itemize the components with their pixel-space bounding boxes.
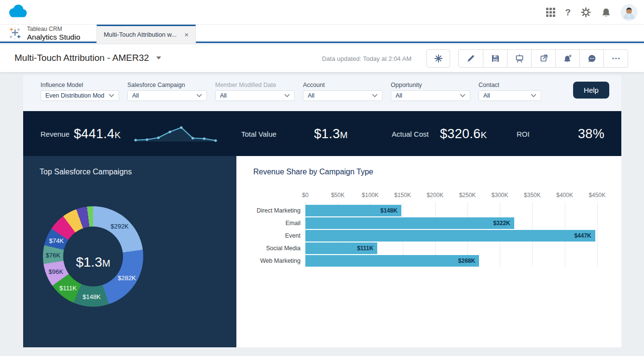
edit-button[interactable] [459, 50, 483, 67]
app-launcher-icon[interactable] [546, 8, 555, 17]
share-button[interactable] [531, 50, 555, 67]
bar-value-label: $322K [493, 217, 510, 229]
chevron-down-icon [372, 94, 378, 98]
tab-close-icon[interactable]: × [184, 30, 189, 39]
filter-value: Even Distribution Mod [45, 92, 104, 99]
bar-category-label: Event [236, 230, 301, 242]
kpi-bar: Revenue $441.4K Total Value $1.3M Actual… [23, 111, 621, 156]
bar-chart-title: Revenue Share by Campaign Type [253, 168, 373, 176]
help-icon[interactable]: ? [565, 7, 571, 18]
chevron-down-icon [156, 57, 161, 59]
x-axis-tick-label: $200K [420, 192, 451, 199]
bell-plus-icon [563, 54, 573, 63]
filter-account: AccountAll [303, 82, 383, 101]
data-updated-text: Data updated: Today at 2:04 AM [322, 55, 411, 62]
gridline [597, 202, 598, 267]
filter-value: All [132, 92, 139, 99]
tab-multi-touch-attribution[interactable]: Multi-Touch Attribution w... × [96, 25, 196, 43]
roi-kpi-value: 38% [578, 126, 604, 141]
x-axis-tick-label: $250K [452, 192, 483, 199]
donut-slice-label: $74K [49, 237, 64, 244]
presentation-easel-icon [515, 54, 524, 63]
revenue-kpi-label: Revenue [41, 129, 69, 138]
bar-value-label: $148K [381, 205, 397, 216]
help-button[interactable]: Help [573, 82, 609, 99]
filter-select[interactable]: All [391, 90, 470, 101]
bar-chart-plot: $148K$322K$447K$111K$268K [305, 202, 607, 267]
analytics-studio-app: ? [0, 0, 644, 356]
x-axis-tick-label: $400K [549, 192, 580, 199]
filter-label: Salesforce Campaign [127, 82, 207, 88]
donut-slice-label: $148K [82, 293, 101, 300]
global-header: ? [0, 0, 644, 25]
actual-cost-kpi-label: Actual Cost [392, 129, 429, 138]
brand-line2: Analytics Studio [27, 33, 80, 41]
filter-select[interactable]: All [479, 90, 541, 101]
filter-value: All [220, 92, 227, 99]
filter-select[interactable]: All [303, 90, 383, 101]
x-axis-tick-label: $450K [582, 192, 613, 199]
campaigns-donut-chart[interactable]: $1.3M $292K$282K$148K$111K$96K$76K$74K [43, 206, 143, 307]
bar-event[interactable]: $447K [305, 230, 595, 242]
total-value-kpi-label: Total Value [241, 129, 276, 138]
donut-chart-title: Top Salesforce Campaigns [40, 168, 132, 176]
analytics-studio-brand[interactable]: Tableau CRM Analytics Studio [8, 26, 80, 41]
filter-bar: Influence ModelEven Distribution ModSale… [23, 75, 621, 111]
einstein-recommendations-button[interactable] [426, 49, 450, 68]
notifications-bell-icon[interactable] [601, 7, 611, 18]
x-axis-tick-label: $350K [517, 192, 548, 199]
bar-email[interactable]: $322K [305, 217, 514, 229]
donut-slice-label: $96K [49, 268, 63, 275]
floppy-disk-icon [491, 54, 500, 63]
donut-center: $1.3M [63, 227, 123, 286]
donut-slice-label: $282K [118, 274, 136, 282]
top-campaigns-panel: Top Salesforce Campaigns $1.3M $292K$282… [23, 156, 236, 347]
bar-category-label: Direct Marketing [236, 205, 301, 216]
total-value-kpi-value: $1.3M [314, 126, 348, 141]
filter-label: Account [303, 82, 383, 88]
page-title: Multi-Touch Attribution - AMER32 [14, 53, 149, 63]
chat-bubble-icon [587, 54, 597, 63]
revenue-share-panel: Revenue Share by Campaign Type $0$50K$10… [236, 156, 621, 347]
bar-category-label: Social Media [236, 242, 301, 254]
chevron-down-icon [284, 94, 290, 98]
filter-label: Contact [479, 82, 541, 88]
brand-line1: Tableau CRM [27, 26, 80, 33]
bar-category-label: Email [236, 217, 301, 229]
chevron-down-icon [109, 94, 114, 98]
tab-label: Multi-Touch Attribution w... [104, 31, 179, 38]
bar-web-marketing[interactable]: $268K [305, 255, 479, 267]
annotations-button[interactable] [579, 50, 603, 67]
filter-select[interactable]: Even Distribution Mod [41, 90, 119, 101]
share-icon [539, 54, 548, 63]
chevron-down-icon [196, 94, 202, 98]
dashboard-title-dropdown[interactable]: Multi-Touch Attribution - AMER32 [14, 53, 161, 63]
user-avatar[interactable] [621, 4, 637, 21]
sparkle-icon [434, 54, 443, 63]
revenue-trend-sparkline[interactable] [133, 123, 219, 144]
bar-social-media[interactable]: $111K [305, 242, 377, 254]
present-button[interactable] [507, 50, 531, 67]
ellipsis-icon [611, 54, 621, 63]
setup-gear-icon[interactable] [580, 7, 591, 18]
x-axis-tick-label: $50K [322, 192, 353, 199]
save-button[interactable] [483, 50, 507, 67]
filter-label: Opportunity [391, 82, 470, 88]
bar-direct-marketing[interactable]: $148K [305, 205, 401, 216]
pencil-icon [466, 54, 476, 63]
filter-select[interactable]: All [215, 90, 295, 101]
filter-select[interactable]: All [127, 90, 207, 101]
more-actions-button[interactable] [603, 50, 628, 67]
bar-category-label: Web Marketing [236, 255, 301, 267]
filter-contact: ContactAll [479, 82, 541, 101]
donut-slice-label: $292K [110, 223, 129, 230]
bar-value-label: $268K [458, 255, 475, 267]
filter-influence-model: Influence ModelEven Distribution Mod [41, 82, 119, 101]
revenue-kpi-value: $441.4K [74, 126, 121, 141]
filter-label: Influence Model [41, 82, 119, 88]
tableau-crm-logo [8, 26, 22, 41]
donut-slice-label: $111K [59, 285, 77, 292]
tab-strip: Tableau CRM Analytics Studio Multi-Touch… [0, 25, 644, 43]
subscribe-button[interactable] [555, 50, 579, 67]
x-axis-tick-label: $150K [387, 192, 418, 199]
